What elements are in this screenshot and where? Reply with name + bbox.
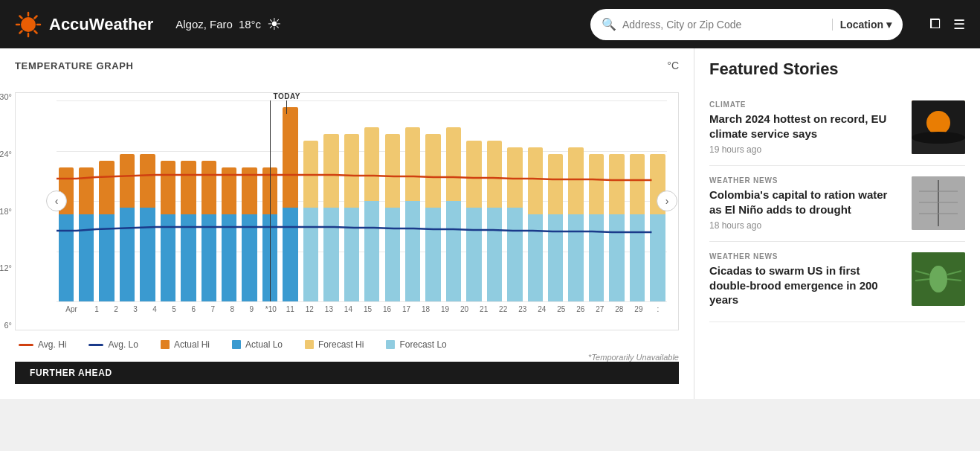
x-label-16: 16 [378, 305, 396, 313]
video-button[interactable]: ⧠ [929, 16, 942, 33]
y-label-18: 18° [0, 208, 12, 216]
legend-actual-hi: Actual Hi [161, 339, 210, 350]
actual-hi-swatch [161, 340, 170, 349]
current-temp: 18°c [239, 18, 261, 31]
story-content-2: WEATHER NEWS Colombia's capital to ratio… [709, 176, 903, 231]
bar-group-14 [342, 100, 361, 301]
main-layout: TEMPERATURE GRAPH °C TODAY 30° 24° 18° 1… [0, 48, 980, 399]
bar-top-5 [161, 161, 175, 214]
bar-top-11 [283, 107, 297, 208]
svg-point-10 [926, 111, 950, 135]
header: AccuWeather Algoz, Faro 18°c ☀ 🔍 Locatio… [0, 0, 980, 48]
bar-bottom-4 [140, 208, 155, 301]
bar-group-8 [220, 100, 239, 301]
bar-top-26 [589, 154, 604, 214]
svg-line-7 [35, 16, 37, 18]
svg-line-6 [35, 31, 37, 33]
further-ahead-bar: FURTHER AHEAD [15, 362, 679, 384]
bar-bottom-18 [425, 208, 440, 301]
bar-top-14 [344, 134, 359, 208]
x-label-2: 2 [107, 305, 125, 313]
bar-group-5 [158, 100, 177, 301]
x-axis: Apr 1 2 3 4 5 6 7 8 9 *10 11 12 13 14 15 [57, 301, 667, 313]
temp-graph-title: TEMPERATURE GRAPH [15, 60, 134, 71]
story-thumbnail-2 [912, 176, 965, 230]
avg-hi-label: Avg. Hi [38, 339, 66, 350]
story-time-2: 18 hours ago [709, 220, 903, 231]
bar-top-19 [446, 127, 461, 201]
x-label-14: 14 [339, 305, 357, 313]
y-label-12: 12° [0, 264, 12, 272]
bar-top-24 [548, 154, 563, 214]
bar-bottom-25 [568, 214, 583, 301]
legend-avg-hi: Avg. Hi [19, 339, 66, 350]
svg-point-0 [21, 17, 36, 32]
actual-hi-label: Actual Hi [174, 339, 210, 350]
forecast-hi-label: Forecast Hi [318, 339, 364, 350]
location-button[interactable]: Location ▾ [832, 19, 892, 31]
chart-nav-left[interactable]: ‹ [46, 191, 67, 211]
bar-top-23 [528, 147, 543, 214]
bar-group-27 [607, 100, 626, 301]
search-input[interactable] [622, 19, 826, 31]
x-label-22: 22 [494, 305, 512, 313]
unavailable-note: *Temporarily Unavailable [15, 353, 679, 362]
story-item-1[interactable]: CLIMATE March 2024 hottest on record, EU… [709, 90, 965, 166]
search-icon: 🔍 [602, 17, 616, 31]
bar-group-9 [240, 100, 259, 301]
x-label-11: 11 [281, 305, 299, 313]
story-item-2[interactable]: WEATHER NEWS Colombia's capital to ratio… [709, 166, 965, 242]
bar-bottom-23 [528, 214, 543, 301]
current-location-display: Algoz, Faro 18°c ☀ [175, 15, 282, 34]
bar-group-2 [97, 100, 116, 301]
svg-line-5 [20, 16, 22, 18]
x-label-23: 23 [514, 305, 532, 313]
legend-forecast-lo: Forecast Lo [386, 339, 446, 350]
avg-hi-swatch [19, 344, 33, 346]
menu-button[interactable]: ☰ [953, 16, 965, 33]
chart-legend: Avg. Hi Avg. Lo Actual Hi Actual Lo Fore… [15, 339, 679, 350]
bar-bottom-5 [161, 214, 175, 301]
bar-group-18 [424, 100, 442, 301]
right-panel: Featured Stories CLIMATE March 2024 hott… [694, 48, 980, 399]
y-axis: 30° 24° 18° 12° 6° [0, 93, 12, 330]
bar-top-20 [466, 141, 481, 208]
bar-group-25 [567, 100, 585, 301]
bar-bottom-19 [446, 201, 461, 301]
x-label-28: 28 [610, 305, 628, 313]
x-label-20: 20 [456, 305, 474, 313]
forecast-lo-swatch [386, 340, 395, 349]
search-bar[interactable]: 🔍 Location ▾ [590, 9, 903, 40]
actual-lo-swatch [232, 340, 241, 349]
chart-container: 30° 24° 18° 12° 6° [15, 92, 679, 330]
bar-bottom-3 [120, 208, 135, 301]
bar-bottom-15 [364, 201, 379, 301]
svg-point-12 [912, 132, 965, 144]
bar-group-23 [526, 100, 544, 301]
x-label-29: 29 [630, 305, 648, 313]
story-content-1: CLIMATE March 2024 hottest on record, EU… [709, 100, 903, 155]
bar-bottom-14 [344, 208, 359, 301]
bar-bottom-1 [79, 214, 94, 301]
bars-area [57, 100, 667, 301]
story-item-3[interactable]: WEATHER NEWS Cicadas to swarm US in firs… [709, 242, 965, 322]
bar-group-21 [485, 100, 503, 301]
bar-top-8 [222, 167, 236, 214]
chart-nav-right[interactable]: › [657, 191, 677, 211]
story-thumbnail-1 [912, 100, 965, 154]
bar-group-7 [199, 100, 218, 301]
y-label-30: 30° [0, 93, 12, 101]
x-label-13: 13 [320, 305, 338, 313]
x-label-end: : [649, 305, 667, 313]
bar-group-13 [322, 100, 341, 301]
left-panel: TEMPERATURE GRAPH °C TODAY 30° 24° 18° 1… [0, 48, 694, 399]
x-label-24: 24 [533, 305, 551, 313]
x-label-5: 5 [165, 305, 183, 313]
actual-lo-label: Actual Lo [245, 339, 283, 350]
story-content-3: WEATHER NEWS Cicadas to swarm US in firs… [709, 252, 903, 311]
avg-lo-label: Avg. Lo [108, 339, 138, 350]
temp-unit: °C [667, 60, 679, 71]
x-label-15: 15 [358, 305, 376, 313]
legend-actual-lo: Actual Lo [232, 339, 283, 350]
bar-bottom-29 [650, 214, 665, 301]
